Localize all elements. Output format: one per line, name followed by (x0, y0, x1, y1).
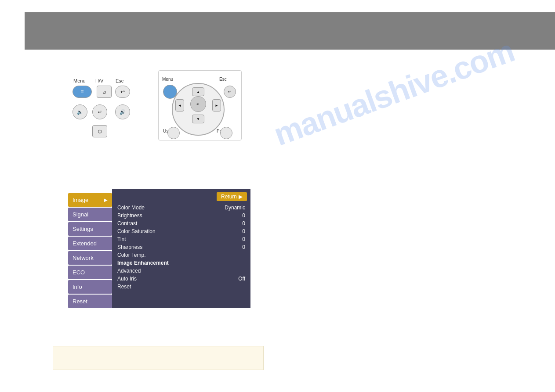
esc-label: Esc (116, 78, 123, 83)
osd-item-label: Advanced (117, 268, 141, 274)
remote-right-button[interactable] (212, 99, 221, 111)
osd-item-value: 0 (242, 212, 245, 219)
remote-section: Menu H/V Esc ≡ 🔈 ↵ 🔊 (68, 70, 242, 140)
osd-item-value: 0 (242, 244, 245, 250)
osd-item-brightness[interactable]: Brightness 0 (116, 212, 247, 219)
menu-label: Menu (73, 78, 86, 83)
osd-item-label: Auto Iris (117, 276, 137, 282)
osd-item-value: Off (238, 276, 245, 282)
osd-item-label: Color Temp. (117, 252, 145, 258)
remote-user-button[interactable] (167, 127, 180, 139)
osd-item-label: Contrast (117, 220, 137, 227)
osd-item-label: Color Mode (117, 205, 145, 211)
esc-button[interactable] (115, 86, 130, 98)
remote-left-button[interactable] (175, 99, 184, 111)
menu-button[interactable]: ≡ (73, 86, 92, 98)
return-label: Return (221, 194, 237, 200)
osd-item-contrast[interactable]: Contrast 0 (116, 219, 247, 227)
vol-up-button[interactable]: 🔊 (115, 104, 130, 119)
keystone-button[interactable] (92, 125, 107, 137)
remote-up-button[interactable] (192, 87, 204, 96)
osd-item-label: Reset (117, 284, 131, 290)
osd-item-tint[interactable]: Tint 0 (116, 235, 247, 243)
watermark: manualshive.com (269, 32, 519, 152)
osd-panel-items: Color Mode Dynamic Brightness 0 Contrast… (116, 204, 247, 291)
sidebar-item-signal[interactable]: Signal (68, 208, 112, 221)
sidebar-item-info[interactable]: Info (68, 280, 112, 294)
osd-item-label: Color Saturation (117, 228, 156, 234)
osd-item-color-temp[interactable]: Color Temp. (116, 251, 247, 259)
sidebar-item-reset[interactable]: Reset (68, 295, 112, 308)
osd-main-panel: Return ▶ Color Mode Dynamic Brightness 0… (112, 189, 250, 308)
osd-item-auto-iris[interactable]: Auto Iris Off (116, 275, 247, 283)
hv-button[interactable] (97, 86, 112, 98)
sidebar-item-image[interactable]: Image (68, 193, 112, 207)
osd-item-label: Image Enhancement (117, 260, 169, 266)
note-box (53, 346, 264, 370)
osd-item-value: 0 (242, 236, 245, 242)
osd-item-value: 0 (242, 220, 245, 227)
osd-item-color-saturation[interactable]: Color Saturation 0 (116, 227, 247, 235)
osd-sidebar: Image Signal Settings Extended Network E… (68, 189, 112, 308)
control-pad-left: Menu H/V Esc ≡ 🔈 ↵ 🔊 (68, 70, 136, 138)
hv-label: H/V (95, 78, 103, 83)
return-button[interactable]: Return ▶ (217, 192, 247, 201)
osd-item-reset[interactable]: Reset (116, 283, 247, 291)
control-pad-right: Menu Esc User Pointer ↩ (158, 70, 242, 140)
remote-esc-label: Esc (219, 77, 227, 82)
osd-item-color-mode[interactable]: Color Mode Dynamic (116, 204, 247, 212)
remote-menu-label: Menu (162, 77, 173, 82)
osd-item-advanced[interactable]: Advanced (116, 267, 247, 275)
enter-button[interactable]: ↵ (92, 104, 107, 119)
vol-down-button[interactable]: 🔈 (73, 104, 87, 119)
remote-down-button[interactable] (192, 115, 204, 123)
sidebar-item-settings[interactable]: Settings (68, 222, 112, 236)
osd-item-label: Sharpness (117, 244, 142, 250)
osd-item-sharpness[interactable]: Sharpness 0 (116, 243, 247, 251)
osd-return-bar: Return ▶ (116, 192, 247, 201)
osd-item-image-enhancement[interactable]: Image Enhancement (116, 259, 247, 267)
sidebar-item-network[interactable]: Network (68, 251, 112, 265)
remote-center-button[interactable]: ↵ (190, 96, 206, 112)
osd-item-value: 0 (242, 228, 245, 234)
remote-esc-button[interactable]: ↩ (224, 86, 236, 98)
sidebar-item-extended[interactable]: Extended (68, 237, 112, 250)
remote-pointer-button[interactable] (220, 127, 232, 139)
return-arrow-icon: ▶ (239, 194, 243, 200)
top-bar (25, 12, 555, 50)
osd-item-value: Dynamic (225, 205, 245, 211)
osd-menu: Image Signal Settings Extended Network E… (68, 189, 250, 308)
sidebar-item-eco[interactable]: ECO (68, 266, 112, 279)
remote-menu-button[interactable] (163, 85, 177, 99)
osd-item-label: Tint (117, 236, 126, 242)
osd-item-label: Brightness (117, 212, 142, 219)
